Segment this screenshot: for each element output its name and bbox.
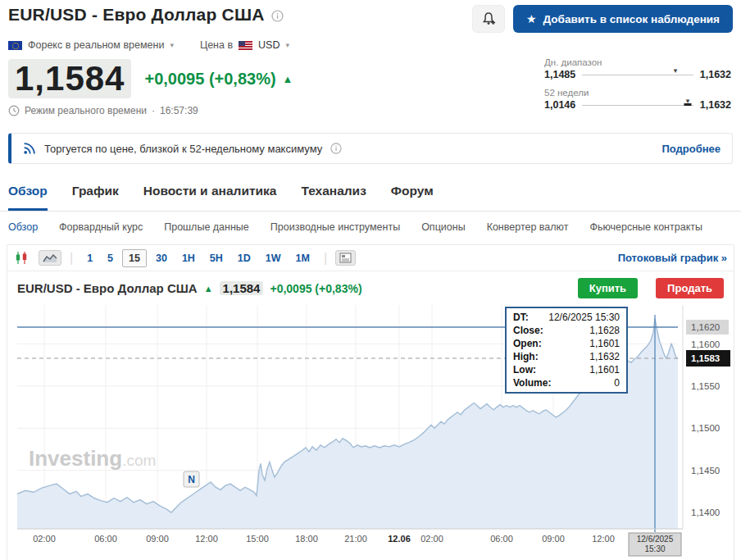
daily-low: 1,1485: [544, 69, 575, 80]
buy-button[interactable]: Купить: [578, 278, 638, 298]
up-triangle-icon: ▲: [283, 73, 293, 85]
tooltip-value: 1,1601: [589, 363, 620, 376]
tooltip-value: 1,1601: [589, 337, 620, 350]
chart-toolbar: | 1 5 15 30 1H 5H 1D 1W 1M |: [7, 245, 734, 271]
sub-tabs: Обзор Форвардный курс Прошлые данные Про…: [0, 212, 741, 233]
price-in-label: Цена в: [200, 39, 233, 51]
currency-dropdown[interactable]: USD: [258, 39, 280, 51]
alert-bell-button[interactable]: [472, 5, 505, 33]
tab-technical[interactable]: Теханализ: [301, 184, 366, 211]
signal-rss-icon: [23, 142, 36, 155]
us-flag-icon: [239, 41, 252, 50]
up-arrow-icon: ▲: [204, 284, 213, 294]
y-tick-label: 1,1500: [691, 423, 720, 433]
weekly-high: 1,1632: [700, 99, 731, 111]
tooltip-label: Volume:: [513, 376, 551, 389]
interval-1d[interactable]: 1D: [232, 250, 257, 266]
add-to-watchlist-button[interactable]: ★ Добавить в список наблюдения: [513, 5, 733, 33]
ranges-panel: Дн. диапазон 1,1485 ▾ 1,1632 52 недели 1…: [544, 57, 731, 118]
tooltip-label: Low:: [513, 363, 536, 376]
streaming-chart-link[interactable]: Потоковый график »: [618, 252, 727, 264]
tooltip-value: 1,1628: [589, 324, 620, 337]
subtab-overview[interactable]: Обзор: [8, 221, 38, 233]
tab-forum[interactable]: Форум: [391, 184, 434, 211]
x-tick-label: 06:00: [490, 534, 513, 544]
tab-chart[interactable]: График: [72, 184, 119, 211]
tooltip-label: Close:: [513, 324, 543, 337]
daily-range-slider: 1,1485 ▾ 1,1632: [544, 69, 731, 80]
watermark-suffix: .com: [122, 452, 156, 469]
watchlist-button-label: Добавить в список наблюдения: [543, 13, 720, 25]
weekly-range-slider: 1,0146 ▾ 1,1632: [544, 99, 731, 111]
x-tick-label: 06:00: [94, 534, 117, 544]
news-events-icon[interactable]: [335, 250, 356, 266]
subtab-derivatives[interactable]: Производные инструменты: [270, 221, 400, 233]
quote-section: 1,1584 +0,0095 (+0,83%) ▲ Режим реальног…: [0, 51, 741, 121]
eurusd-overview-page: EUR/USD - Евро Доллар США ★ Добавить в с…: [0, 0, 741, 560]
interval-1m[interactable]: 1M: [290, 250, 316, 266]
weekly-low: 1,0146: [544, 99, 575, 111]
subtab-forward-rates[interactable]: Форвардный курс: [59, 221, 143, 233]
candlestick-chart-icon[interactable]: [14, 251, 30, 265]
bell-plus-icon: [481, 11, 496, 26]
alert-info-icon[interactable]: [330, 143, 342, 154]
tab-overview[interactable]: Обзор: [8, 184, 48, 211]
interval-30[interactable]: 30: [150, 250, 173, 266]
tooltip-label: Open:: [513, 337, 542, 350]
chart-tooltip: DT:12/6/2025 15:30 Close:1,1628 Open:1,1…: [505, 307, 628, 394]
chart-price-change: +0,0095 (+0,83%): [270, 282, 361, 295]
subtab-futures[interactable]: Фьючерсные контракты: [589, 221, 702, 233]
alert-details-link[interactable]: Подробнее: [661, 143, 721, 155]
main-tabs: Обзор График Новости и аналитика Теханал…: [0, 164, 741, 212]
clock-icon: [8, 105, 20, 116]
title-info-icon[interactable]: [271, 10, 284, 22]
interval-1[interactable]: 1: [81, 250, 98, 266]
tooltip-label: DT:: [513, 311, 529, 324]
crosshair-time: 15:30: [644, 544, 665, 553]
watermark: Investing.com: [29, 446, 156, 471]
chevron-down-icon: ▾: [285, 41, 289, 49]
interval-1w[interactable]: 1W: [260, 250, 287, 266]
interval-5[interactable]: 5: [102, 250, 119, 266]
sell-button[interactable]: Продать: [656, 278, 724, 298]
daily-range-label: Дн. диапазон: [544, 57, 731, 67]
interval-15[interactable]: 15: [122, 249, 147, 267]
x-tick-label: 18:00: [295, 534, 318, 544]
weekly-range-label: 52 недели: [544, 88, 731, 98]
area-chart-icon[interactable]: [39, 250, 61, 266]
tooltip-value: 1,1632: [589, 350, 620, 363]
page-header: EUR/USD - Евро Доллар США ★ Добавить в с…: [0, 0, 741, 33]
news-marker-label: N: [188, 474, 195, 485]
chart-header-row: EUR/USD - Евро Доллар США ▲ 1,1584 +0,00…: [7, 271, 734, 305]
star-icon: ★: [526, 13, 537, 25]
y-tick-label: 1,1600: [691, 339, 720, 349]
instrument-meta-row: Форекс в реальном времени ▾ Цена в USD ▾: [0, 33, 741, 51]
daily-high: 1,1632: [700, 69, 731, 80]
last-price: 1,1584: [8, 59, 131, 98]
market-status-dropdown[interactable]: Форекс в реальном времени: [28, 39, 164, 51]
x-tick-label: 15:00: [246, 534, 269, 544]
x-tick-label: 02:00: [421, 534, 443, 544]
price-change: +0,0095 (+0,83%) ▲: [144, 70, 293, 89]
chevron-down-icon: ▾: [170, 41, 174, 49]
x-tick-label: 09:00: [146, 534, 169, 544]
subtab-options[interactable]: Опционы: [421, 221, 465, 233]
y-tick-label: 1,1583: [691, 353, 720, 363]
subtab-historical-data[interactable]: Прошлые данные: [164, 221, 249, 233]
tooltip-value: 0: [614, 376, 620, 389]
tooltip-value: 12/6/2025 15:30: [548, 311, 620, 324]
chart-last-price: 1,1584: [220, 281, 264, 295]
chart-area[interactable]: Investing.comN1,16201,16001,15831,15501,…: [7, 305, 734, 560]
y-tick-label: 1,1400: [691, 508, 720, 517]
interval-5h[interactable]: 5H: [204, 250, 229, 266]
interval-1h[interactable]: 1H: [176, 250, 201, 266]
price-alert-banner: Торгуется по цене, близкой к 52-недельно…: [8, 133, 733, 164]
tab-news-analytics[interactable]: Новости и аналитика: [143, 184, 277, 211]
x-tick-label: 12.06: [388, 534, 411, 544]
page-title: EUR/USD - Евро Доллар США: [8, 5, 265, 25]
x-tick-label: 12:00: [592, 534, 615, 544]
quote-time: 16:57:39: [160, 105, 198, 116]
weekly-range-dash-icon: [684, 103, 691, 106]
realtime-label: Режим реального времени: [25, 105, 147, 116]
subtab-currency-converter[interactable]: Конвертер валют: [487, 221, 569, 233]
